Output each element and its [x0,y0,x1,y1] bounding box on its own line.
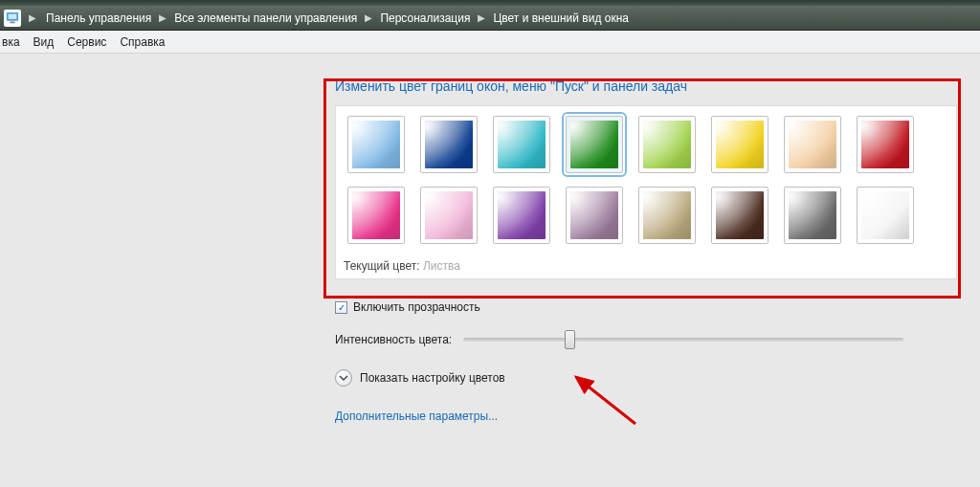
transparency-checkbox[interactable]: ✓ [335,301,347,314]
current-color-label: Текущий цвет: Листва [344,257,948,273]
advanced-settings-link[interactable]: Дополнительные параметры... [335,410,957,423]
color-swatch-yellow[interactable] [711,116,768,173]
color-swatch-red[interactable] [857,116,914,173]
chevron-right-icon: ▶ [155,12,170,23]
color-swatch-panel: Текущий цвет: Листва [335,105,957,279]
color-swatch-brown[interactable] [711,187,768,244]
color-swatch-pink[interactable] [347,187,405,244]
page-heading: Изменить цвет границ окон, меню "Пуск" и… [335,78,957,94]
color-swatch-peach[interactable] [784,116,841,173]
breadcrumb-item[interactable]: Панель управления [44,10,153,27]
transparency-label: Включить прозрачность [353,300,480,314]
breadcrumb: Панель управления ▶ Все элементы панели … [44,10,631,27]
svg-rect-1 [9,13,17,18]
menu-bar: вка Вид Сервис Справка [0,31,980,54]
svg-rect-2 [10,21,14,23]
menu-item-edit[interactable]: вка [2,35,20,49]
intensity-slider[interactable] [463,338,903,342]
color-swatch-green[interactable] [566,116,623,173]
chevron-right-icon: ▶ [361,12,376,23]
color-swatch-violet[interactable] [493,187,550,244]
color-swatch-white[interactable] [857,187,914,244]
color-swatch-tan[interactable] [638,187,696,244]
color-swatch-lightpink[interactable] [420,187,478,244]
chevron-right-icon: ▶ [474,12,489,23]
current-color-value: Листва [423,259,460,273]
breadcrumb-item-current[interactable]: Цвет и внешний вид окна [491,10,631,27]
chevron-down-icon [339,373,348,383]
color-swatch-sky[interactable] [347,116,405,173]
color-swatch-lime[interactable] [638,116,696,173]
control-panel-icon [4,10,21,27]
breadcrumb-item[interactable]: Все элементы панели управления [172,10,359,27]
color-swatch-navy[interactable] [420,116,478,173]
color-swatch-grey[interactable] [784,187,841,244]
chevron-right-icon: ▶ [25,12,40,23]
intensity-label: Интенсивность цвета: [335,333,452,346]
menu-item-help[interactable]: Справка [120,35,165,49]
address-bar: ▶ Панель управления ▶ Все элементы панел… [0,6,980,31]
color-swatch-mauve[interactable] [566,187,623,244]
expand-color-tuning-label: Показать настройку цветов [360,371,505,385]
slider-thumb[interactable] [565,330,575,349]
expand-color-tuning-button[interactable] [335,369,352,387]
breadcrumb-item[interactable]: Персонализация [378,10,472,27]
menu-item-view[interactable]: Вид [33,35,55,49]
color-swatch-teal[interactable] [493,116,550,173]
menu-item-service[interactable]: Сервис [67,35,106,49]
